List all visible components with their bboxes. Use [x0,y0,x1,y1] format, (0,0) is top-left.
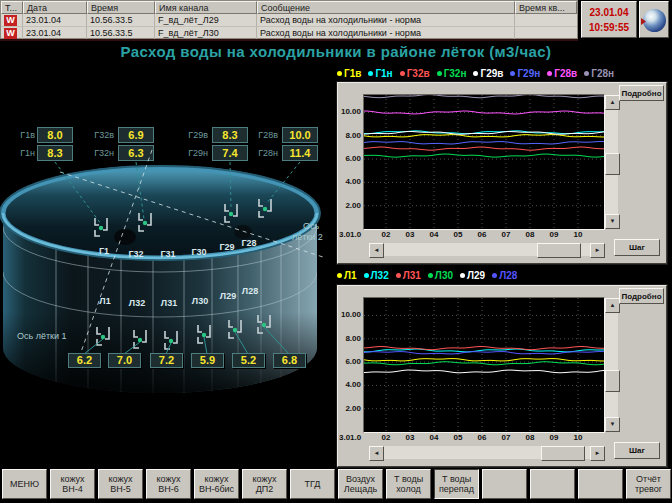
panel-label: Г31 [160,249,175,259]
taphole-2 [234,225,252,239]
page-title: Расход воды на холодильники в районе лёт… [0,43,672,60]
col-time-ack: Время кв... [515,1,577,14]
scroll-right-button[interactable]: ► [590,446,605,461]
x-axis-start-label: 3.01.0 [339,433,364,442]
y-tick-label: 6.00 [338,154,361,163]
toolbar-button-t-vody-perepad[interactable]: Т водыперепад [434,469,479,499]
globe-sphere [643,9,666,32]
toolbar-button-tgd[interactable]: ТГД [290,469,335,499]
chart1-legend: Г1в Г1н Г32в Г32н Г29в Г29н Г28в Г28н [337,68,614,79]
globe-icon[interactable] [639,1,669,38]
x-tick-label: 07 [498,433,514,442]
panel-label: Г1 [99,246,109,256]
toolbar-button-empty-2[interactable] [530,469,575,499]
legend-dot [396,273,401,278]
sensor-label: Г28в [248,130,278,140]
y-tick-label: 4.00 [338,177,361,186]
alarm-table-header: Т... Дата Время Имя канала Сообщение Вре… [1,1,577,14]
legend-item: Л28 [492,270,517,281]
x-tick-label: 05 [450,230,466,239]
x-tick-label: 08 [522,230,538,239]
x-tick-label: 06 [474,433,490,442]
scroll-left-button[interactable]: ◄ [369,243,384,258]
panel-label: Л31 [161,298,177,308]
trend-chart-panel-bottom: 3.01.0 ▲ ▼ Подробно ◄ ► Шаг 020304050607… [337,285,667,467]
legend-dot [437,71,442,76]
sensor-label: Г32в [84,130,114,140]
toolbar-button-empty-1[interactable] [482,469,527,499]
plot-area [363,94,605,230]
vscrollbar-thumb[interactable] [605,370,620,392]
legend-dot [428,273,433,278]
panel-label: Л30 [192,296,208,306]
legend-dot [368,71,373,76]
trend-plot [364,298,604,432]
legend-item: Г28н [584,68,614,79]
hscrollbar-thumb[interactable] [537,243,581,258]
scroll-down-button[interactable]: ▼ [605,417,620,432]
legend-dot [460,273,465,278]
vertical-scrollbar[interactable]: ▲ ▼ [605,298,618,432]
horizontal-scrollbar[interactable]: ◄ ► [369,243,605,256]
scroll-left-button[interactable]: ◄ [369,446,384,461]
toolbar-button-kozhukh-vn6bis[interactable]: кожухВН-6бис [194,469,239,499]
scroll-down-button[interactable]: ▼ [605,214,620,229]
detail-button[interactable]: Подробно [619,288,664,304]
legend-item: Л1 [337,270,357,281]
trend-plot [364,95,604,229]
step-button[interactable]: Шаг [614,442,660,459]
y-tick-label: 8.00 [338,334,361,343]
sensor-value: 5.9 [191,353,224,368]
x-tick-label: 09 [546,230,562,239]
y-tick-label: 10.00 [338,310,361,319]
x-tick-label: 09 [546,433,562,442]
series-line-Л31 [364,347,604,350]
legend-dot [492,273,497,278]
series-line-Г32в [364,147,604,150]
legend-dot [337,273,342,278]
toolbar-button-menu[interactable]: МЕНЮ [2,469,47,499]
legend-dot [584,71,589,76]
x-tick-label: 02 [378,230,394,239]
alarm-row[interactable]: W 23.01.04 10.56.33.5 F_вд_лёт_Л29 Расхо… [1,14,577,27]
toolbar-button-alarm-report[interactable]: Отчёттревог [626,469,671,499]
plot-area [363,297,605,433]
legend-dot [364,273,369,278]
toolbar-button-vozdukh-leshchad[interactable]: ВоздухЛещадь [338,469,383,499]
vertical-scrollbar[interactable]: ▲ ▼ [605,95,618,229]
toolbar-button-kozhukh-vn6[interactable]: кожухВН-6 [146,469,191,499]
legend-item: Л30 [428,270,453,281]
step-button[interactable]: Шаг [614,239,660,256]
legend-item: Г32в [400,68,430,79]
system-clock: 23.01.04 10:59:55 [581,1,637,38]
toolbar-button-kozhukh-dp2[interactable]: кожухДП2 [242,469,287,499]
scroll-up-button[interactable]: ▲ [605,95,620,110]
vscrollbar-thumb[interactable] [605,153,620,175]
legend-item: Г1н [368,68,392,79]
y-tick-label: 2.00 [338,404,361,413]
toolbar-button-empty-3[interactable] [578,469,623,499]
toolbar-button-kozhukh-vn4[interactable]: кожухВН-4 [50,469,95,499]
toolbar-button-t-vody-kholod[interactable]: Т водыхолод [386,469,431,499]
scada-screen: Т... Дата Время Имя канала Сообщение Вре… [0,0,672,503]
y-tick-label: 6.00 [338,357,361,366]
toolbar-button-kozhukh-vn5[interactable]: кожухВН-5 [98,469,143,499]
hscrollbar-thumb[interactable] [541,446,585,461]
x-tick-label: 04 [426,230,442,239]
sensor-label: Г1в [5,130,35,140]
legend-item: Л29 [460,270,485,281]
x-tick-label: 06 [474,230,490,239]
legend-item: Г1в [337,68,361,79]
taphole-1 [114,229,136,245]
taphole-axis-label-1: Ось лётки 1 [17,331,67,341]
detail-button[interactable]: Подробно [619,85,664,101]
y-tick-label: 8.00 [338,131,361,140]
scroll-up-button[interactable]: ▲ [605,298,620,313]
scroll-right-button[interactable]: ► [590,243,605,258]
series-line-Г29н [364,142,604,145]
horizontal-scrollbar[interactable]: ◄ ► [369,446,605,459]
legend-item: Г29н [510,68,540,79]
legend-item: Л31 [396,270,421,281]
alarm-type-icon: W [4,15,17,26]
table-divider [0,39,578,41]
